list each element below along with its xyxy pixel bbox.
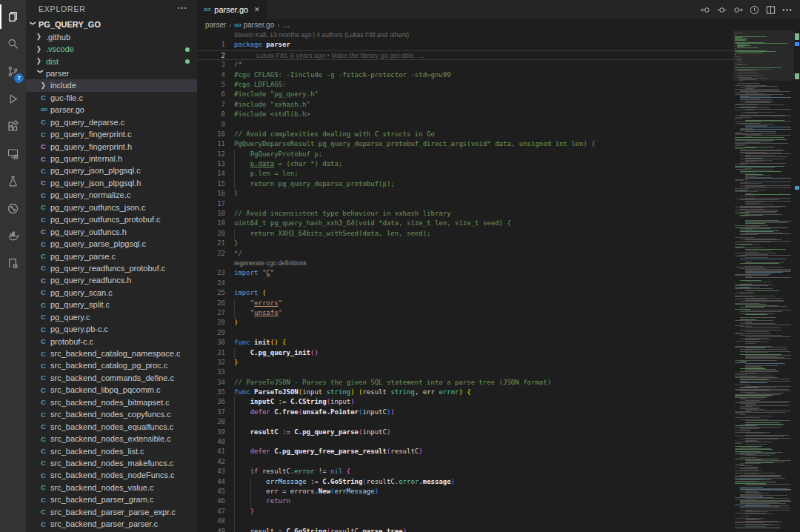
code-editor[interactable]: Steven Kalt, 13 months ago | 4 authors (… bbox=[197, 30, 733, 532]
code-token: } bbox=[250, 508, 254, 515]
search-icon[interactable] bbox=[0, 30, 26, 58]
tree-item-src-backend-catalog-namespace-c[interactable]: Csrc_backend_catalog_namespace.c bbox=[26, 348, 197, 359]
tree-item-pg-query-parse-c[interactable]: Cpg_query_parse.c bbox=[26, 250, 197, 262]
changes-icon[interactable] bbox=[716, 4, 727, 16]
settings-file-icon[interactable] bbox=[0, 250, 26, 277]
codelens-link[interactable]: regenerate cgo definitions bbox=[197, 259, 733, 268]
minimap-line bbox=[745, 249, 786, 250]
tree-root-pg-query-go[interactable]: ❯PG_QUERY_GO bbox=[26, 19, 197, 30]
testing-icon[interactable] bbox=[0, 167, 26, 195]
split-editor-icon[interactable] bbox=[765, 4, 776, 16]
breadcrumb-item-parser[interactable]: parser bbox=[205, 21, 226, 29]
editor-group: GO parser.go × parser›GOparser.go›… Stev… bbox=[197, 0, 800, 532]
remote-explorer-icon[interactable] bbox=[0, 140, 26, 167]
code-token: /* bbox=[234, 61, 242, 68]
tree-item-include[interactable]: ❯include bbox=[26, 79, 197, 91]
more-actions-icon[interactable] bbox=[781, 4, 793, 16]
tree-item-src-backend-nodes-makefuncs-c[interactable]: Csrc_backend_nodes_makefuncs.c bbox=[26, 457, 197, 469]
tree-item-pg-query-parse-plpgsql-c[interactable]: Cpg_query_parse_plpgsql.c bbox=[26, 238, 197, 250]
breadcrumb-item-parser-go[interactable]: GOparser.go bbox=[234, 21, 274, 29]
file-history-icon[interactable] bbox=[749, 4, 760, 16]
indent-guide bbox=[234, 437, 235, 447]
code-link[interactable]: unsafe bbox=[254, 309, 279, 316]
tree-item-pg-query-scan-c[interactable]: Cpg_query_scan.c bbox=[26, 287, 197, 299]
tree-item-src-backend-libpq-pqcomm-c[interactable]: Csrc_backend_libpq_pqcomm.c bbox=[26, 384, 197, 396]
tree-item-dist[interactable]: ❯dist bbox=[26, 55, 197, 67]
tree-item-protobuf-c-c[interactable]: Cprotobuf-c.c bbox=[26, 335, 197, 347]
tree-item-src-backend-commands-define-c[interactable]: Csrc_backend_commands_define.c bbox=[26, 372, 197, 384]
tree-item-label: pg_query_outfuncs_protobuf.c bbox=[50, 215, 161, 224]
chevron-right-icon: ❯ bbox=[36, 33, 44, 40]
tree-item-pg-query-pb-c-c[interactable]: Cpg_query.pb-c.c bbox=[26, 323, 197, 335]
tree-item-pg-query-readfuncs-protobuf-c[interactable]: Cpg_query_readfuncs_protobuf.c bbox=[26, 262, 197, 274]
minimap-line bbox=[745, 131, 776, 132]
tree-item-src-backend-nodes-copyfuncs-c[interactable]: Csrc_backend_nodes_copyfuncs.c bbox=[26, 408, 197, 420]
tree-item-label: guc-file.c bbox=[50, 93, 83, 102]
go-file-icon: GO bbox=[41, 107, 49, 112]
tree-item-src-backend-catalog-pg-proc-c[interactable]: Csrc_backend_catalog_pg_proc.c bbox=[26, 359, 197, 371]
tree-item-src-backend-parser-gram-c[interactable]: Csrc_backend_parser_gram.c bbox=[26, 493, 197, 505]
minimap[interactable] bbox=[733, 30, 794, 532]
tree-item-label: src_backend_parser_parse_expr.c bbox=[50, 508, 176, 516]
line-number: 42 bbox=[197, 457, 230, 467]
tree-item--vscode[interactable]: ❯.vscode bbox=[26, 43, 197, 55]
tree-item-pg-query-readfuncs-h[interactable]: Cpg_query_readfuncs.h bbox=[26, 274, 197, 286]
tree-item-src-backend-nodes-extensible-c[interactable]: Csrc_backend_nodes_extensible.c bbox=[26, 433, 197, 445]
tree-item--github[interactable]: ❯.github bbox=[26, 30, 197, 42]
code-token: error bbox=[399, 478, 419, 485]
tree-item-pg-query-outfuncs-h[interactable]: Cpg_query_outfuncs.h bbox=[26, 225, 197, 237]
line-content: resultC := C.pg_query_parse(inputC) bbox=[230, 428, 733, 437]
prev-change-icon[interactable] bbox=[700, 4, 711, 16]
tree-item-src-backend-nodes-list-c[interactable]: Csrc_backend_nodes_list.c bbox=[26, 445, 197, 456]
minimap-line bbox=[735, 528, 781, 528]
tree-item-guc-file-c[interactable]: Cguc-file.c bbox=[26, 92, 197, 104]
code-link[interactable]: errors bbox=[254, 299, 279, 307]
code-token: resultC bbox=[250, 428, 279, 436]
tree-item-src-backend-nodes-nodefuncs-c[interactable]: Csrc_backend_nodes_nodeFuncs.c bbox=[26, 469, 197, 481]
tree-item-src-backend-parser-parser-c[interactable]: Csrc_backend_parser_parser.c bbox=[26, 518, 197, 530]
git-blame-annotation[interactable]: Steven Kalt, 13 months ago | 4 authors (… bbox=[197, 30, 733, 40]
extensions-icon[interactable] bbox=[0, 113, 26, 140]
go-file-icon: GO bbox=[234, 23, 241, 27]
tree-item-parser[interactable]: ❯parser bbox=[26, 67, 197, 79]
tree-item-src-backend-nodes-bitmapset-c[interactable]: Csrc_backend_nodes_bitmapset.c bbox=[26, 396, 197, 408]
tree-item-label: src_backend_catalog_namespace.c bbox=[50, 349, 181, 358]
tree-item-pg-query-normalize-c[interactable]: Cpg_query_normalize.c bbox=[26, 189, 197, 201]
tree-item-label: pg_query.c bbox=[50, 313, 90, 322]
indent-guide bbox=[234, 428, 235, 437]
tree-item-pg-query-outfuncs-json-c[interactable]: Cpg_query_outfuncs_json.c bbox=[26, 202, 197, 213]
line-number: 40 bbox=[197, 437, 230, 447]
tree-item-src-backend-nodes-value-c[interactable]: Csrc_backend_nodes_value.c bbox=[26, 482, 197, 493]
close-icon[interactable]: × bbox=[254, 4, 259, 15]
source-control-icon[interactable]: 7 bbox=[0, 58, 26, 85]
code-link[interactable]: p.data bbox=[250, 160, 275, 167]
tab-parser-go[interactable]: GO parser.go × bbox=[197, 0, 267, 19]
tree-item-pg-query-c[interactable]: Cpg_query.c bbox=[26, 311, 197, 323]
tree-item-pg-query-outfuncs-protobuf-c[interactable]: Cpg_query_outfuncs_protobuf.c bbox=[26, 213, 197, 225]
code-token bbox=[234, 160, 250, 167]
gitlens-icon[interactable] bbox=[0, 195, 26, 222]
run-debug-icon[interactable] bbox=[0, 85, 26, 113]
tree-item-pg-query-fingerprint-c[interactable]: Cpg_query_fingerprint.c bbox=[26, 128, 197, 140]
tree-item-pg-query-deparse-c[interactable]: Cpg_query_deparse.c bbox=[26, 116, 197, 128]
line-content: } bbox=[230, 358, 733, 368]
docker-icon[interactable] bbox=[0, 222, 26, 250]
c-file-icon: C bbox=[41, 167, 49, 175]
line-content: } bbox=[230, 507, 733, 516]
tree-item-pg-query-fingerprint-h[interactable]: Cpg_query_fingerprint.h bbox=[26, 140, 197, 152]
line-content: #include "xxhash.h" bbox=[230, 100, 733, 110]
tree-item-pg-query-json-plpgsql-h[interactable]: Cpg_query_json_plpgsql.h bbox=[26, 177, 197, 189]
tree-item-pg-query-internal-h[interactable]: Cpg_query_internal.h bbox=[26, 153, 197, 164]
breadcrumb-item--[interactable]: … bbox=[282, 21, 290, 29]
minimap-line bbox=[735, 164, 747, 164]
tree-item-pg-query-split-c[interactable]: Cpg_query_split.c bbox=[26, 299, 197, 310]
tree-item-pg-query-json-plpgsql-c[interactable]: Cpg_query_json_plpgsql.c bbox=[26, 164, 197, 176]
next-change-icon[interactable] bbox=[733, 4, 744, 16]
tree-item-parser-go[interactable]: GOparser.go bbox=[26, 104, 197, 116]
tree-item-src-backend-nodes-equalfuncs-c[interactable]: Csrc_backend_nodes_equalfuncs.c bbox=[26, 420, 197, 432]
explorer-icon[interactable] bbox=[0, 3, 26, 30]
breadcrumb-separator: › bbox=[229, 21, 231, 29]
tree-item-src-backend-parser-parse-expr-c[interactable]: Csrc_backend_parser_parse_expr.c bbox=[26, 506, 197, 518]
code-token: defer bbox=[250, 408, 270, 416]
explorer-more-actions[interactable]: ⋯ bbox=[177, 1, 187, 13]
